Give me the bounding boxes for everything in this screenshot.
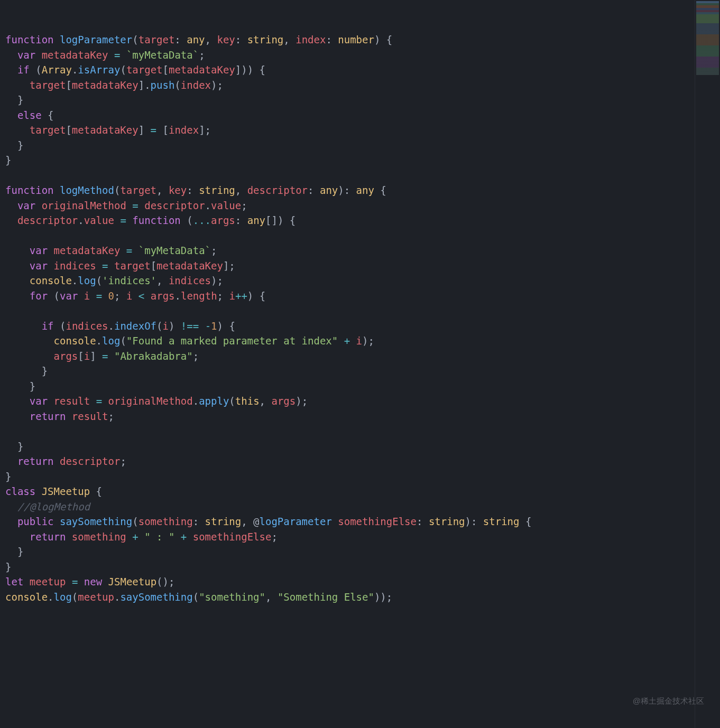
minimap-content (696, 1, 719, 75)
token-punct: @ (253, 516, 259, 527)
token-str: "Abrakadabra" (114, 350, 193, 362)
code-line[interactable]: } (5, 92, 689, 108)
minimap[interactable] (695, 0, 720, 728)
token-kw: new (84, 576, 102, 587)
code-line[interactable]: return something + " : " + somethingElse… (5, 529, 689, 545)
code-line[interactable]: target[metadataKey].push(index); (5, 78, 689, 93)
token-kw: return (30, 410, 66, 422)
token-obj: console (30, 275, 72, 286)
code-line[interactable]: if (indices.indexOf(i) !== -1) { (5, 319, 689, 334)
token-white (66, 576, 71, 587)
token-num: 1 (211, 320, 217, 332)
token-ident: index (169, 124, 199, 136)
code-line[interactable]: args[i] = "Abrakadabra"; (5, 349, 689, 364)
token-this: this (235, 395, 260, 407)
token-white (35, 49, 41, 61)
token-white (90, 290, 96, 302)
token-punct: } (17, 546, 23, 557)
code-line[interactable]: //@logMethod (5, 499, 689, 515)
code-line[interactable] (5, 228, 689, 244)
token-kw: for (30, 290, 48, 302)
token-white (48, 260, 53, 272)
code-line[interactable]: return result; (5, 409, 689, 424)
code-line[interactable]: public saySomething(something: string, @… (5, 514, 689, 529)
token-punct: ( (60, 320, 66, 332)
token-op: + (344, 335, 350, 347)
code-line[interactable]: target[metadataKey] = [index]; (5, 123, 689, 138)
code-line[interactable]: } (5, 544, 689, 559)
token-white (30, 64, 35, 76)
token-punct: [ (66, 124, 71, 136)
code-line[interactable] (5, 168, 689, 183)
token-white (78, 576, 84, 587)
token-punct: ( (35, 64, 41, 76)
code-line[interactable]: descriptor.value = function (...args: an… (5, 213, 689, 228)
token-punct: , (156, 184, 169, 196)
editor-container: function logParameter(target: any, key: … (0, 0, 720, 728)
code-line[interactable]: else { (5, 108, 689, 123)
token-comment: //@logMethod (17, 501, 90, 512)
token-fn: log (54, 591, 72, 603)
token-ident: target (30, 124, 66, 136)
token-white (48, 245, 53, 256)
code-line[interactable]: return descriptor; (5, 454, 689, 469)
code-line[interactable]: } (5, 439, 689, 454)
token-white (520, 516, 525, 527)
token-op: ... (193, 214, 211, 226)
code-line[interactable]: if (Array.isArray(target[metadataKey])) … (5, 62, 689, 78)
token-white (139, 200, 144, 211)
token-type: any (187, 34, 205, 45)
code-line[interactable] (5, 424, 689, 439)
code-line[interactable]: } (5, 559, 689, 575)
code-line[interactable]: } (5, 138, 689, 153)
token-ident: args (271, 395, 296, 407)
token-punct: ; (241, 200, 247, 211)
code-line[interactable]: } (5, 153, 689, 168)
token-tmpl: `myMetaData` (126, 49, 199, 61)
code-line[interactable]: console.log("Found a marked parameter at… (5, 333, 689, 349)
token-white (66, 410, 71, 422)
token-op: ++ (235, 290, 247, 302)
code-line[interactable]: var metadataKey = `myMetaData`; (5, 243, 689, 258)
token-obj: console (54, 335, 96, 347)
code-line[interactable]: let meetup = new JSMeetup(); (5, 574, 689, 590)
token-punct: ; (193, 350, 199, 362)
code-line[interactable]: var result = originalMethod.apply(this, … (5, 394, 689, 409)
token-op: - (205, 320, 211, 332)
code-area[interactable]: function logParameter(target: any, key: … (0, 0, 695, 728)
token-punct: ] (139, 124, 151, 136)
code-line[interactable]: console.log(meetup.saySomething("somethi… (5, 590, 689, 605)
token-fn: push (151, 79, 175, 91)
token-punct: ): (338, 184, 356, 196)
token-str: "Found a marked parameter at index" (126, 335, 338, 347)
token-kw: return (30, 531, 66, 543)
token-type: number (338, 34, 374, 45)
code-line[interactable]: console.log('indices', indices); (5, 273, 689, 288)
code-line[interactable] (5, 303, 689, 319)
code-line[interactable]: var metadataKey = `myMetaData`; (5, 48, 689, 63)
token-punct: [ (78, 350, 84, 362)
token-kw: function (5, 184, 54, 196)
code-line[interactable]: } (5, 469, 689, 484)
token-punct: . (175, 290, 181, 302)
code-line[interactable]: } (5, 379, 689, 394)
token-punct: ; (108, 410, 114, 422)
token-white (35, 486, 41, 497)
token-white (139, 531, 144, 543)
code-line[interactable]: } (5, 363, 689, 379)
code-line[interactable]: function logMethod(target, key: string, … (5, 183, 689, 198)
token-ident: result (72, 410, 108, 422)
token-punct: , (283, 34, 296, 45)
token-ident: metadataKey (72, 124, 139, 136)
code-line[interactable]: var indices = target[metadataKey]; (5, 258, 689, 274)
code-line[interactable]: function logParameter(target: any, key: … (5, 32, 689, 48)
token-fn: saySomething (60, 516, 132, 527)
code-line[interactable]: var originalMethod = descriptor.value; (5, 198, 689, 213)
code-line[interactable]: class JSMeetup { (5, 484, 689, 499)
token-punct: ): (465, 516, 483, 527)
code-line[interactable]: for (var i = 0; i < args.length; i++) { (5, 288, 689, 304)
token-punct: { (525, 516, 531, 527)
token-white: { (42, 109, 54, 121)
token-ident: indices (54, 260, 96, 272)
token-punct: : (193, 516, 205, 527)
